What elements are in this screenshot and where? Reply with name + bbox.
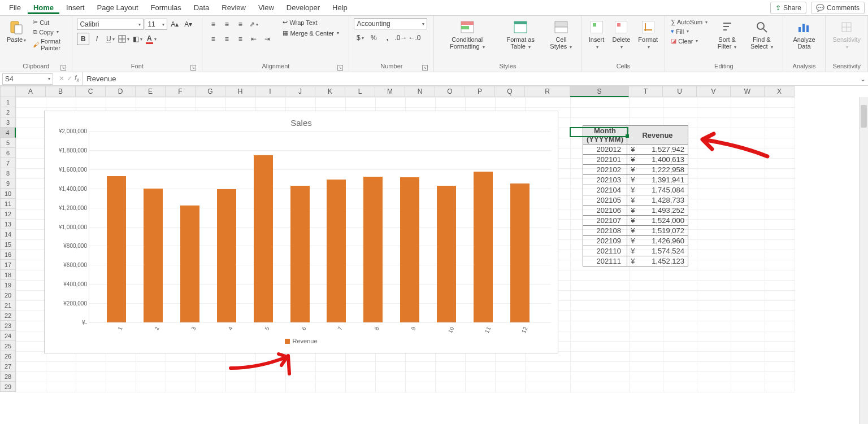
table-row[interactable]: 202111¥1,452,123 bbox=[583, 256, 688, 266]
tab-help[interactable]: Help bbox=[327, 1, 353, 14]
tab-view[interactable]: View bbox=[253, 1, 280, 14]
col-header-L[interactable]: L bbox=[345, 86, 375, 97]
fill-color-button[interactable]: ◧▾ bbox=[131, 33, 144, 45]
row-header-21[interactable]: 21 bbox=[0, 300, 16, 311]
comments-button[interactable]: 💬Comments bbox=[811, 2, 865, 14]
chart-bar[interactable] bbox=[437, 186, 456, 322]
tab-page-layout[interactable]: Page Layout bbox=[92, 1, 144, 14]
table-row[interactable]: 202012¥1,527,942 bbox=[583, 145, 688, 155]
chart-bar[interactable] bbox=[400, 177, 419, 322]
sales-chart[interactable]: Sales ¥-¥200,000¥400,000¥600,000¥800,000… bbox=[44, 111, 558, 353]
col-header-B[interactable]: B bbox=[46, 86, 76, 97]
revenue-table[interactable]: Month (YYYYMM) Revenue 202012¥1,527,9422… bbox=[583, 125, 688, 266]
decrease-font-button[interactable]: A▾ bbox=[182, 18, 194, 30]
font-name-combo[interactable]: Calibri▾ bbox=[77, 19, 144, 30]
table-row[interactable]: 202110¥1,574,524 bbox=[583, 246, 688, 256]
row-header-26[interactable]: 26 bbox=[0, 351, 16, 361]
conditional-formatting-button[interactable]: Conditional Formatting ▾ bbox=[439, 18, 496, 51]
increase-font-button[interactable]: A▴ bbox=[168, 18, 181, 30]
chart-bar[interactable] bbox=[510, 183, 530, 322]
chart-bar[interactable] bbox=[474, 172, 493, 322]
col-header-F[interactable]: F bbox=[166, 86, 196, 97]
tab-developer[interactable]: Developer bbox=[281, 1, 326, 14]
paste-button[interactable]: Paste▾ bbox=[5, 18, 28, 45]
align-top-button[interactable]: ≡ bbox=[207, 18, 219, 30]
table-row[interactable]: 202104¥1,745,084 bbox=[583, 185, 688, 195]
row-header-27[interactable]: 27 bbox=[0, 361, 16, 371]
row-header-28[interactable]: 28 bbox=[0, 371, 16, 382]
col-header-R[interactable]: R bbox=[525, 86, 570, 97]
row-header-14[interactable]: 14 bbox=[0, 229, 16, 239]
share-button[interactable]: ⇪Share bbox=[770, 2, 806, 14]
borders-button[interactable]: ▾ bbox=[118, 33, 130, 45]
col-header-X[interactable]: X bbox=[765, 86, 795, 97]
col-header-M[interactable]: M bbox=[375, 86, 405, 97]
row-header-13[interactable]: 13 bbox=[0, 219, 16, 229]
percent-button[interactable]: % bbox=[367, 32, 380, 44]
col-header-K[interactable]: K bbox=[315, 86, 345, 97]
row-header-17[interactable]: 17 bbox=[0, 260, 16, 270]
table-row[interactable]: 202103¥1,391,941 bbox=[583, 175, 688, 185]
col-header-J[interactable]: J bbox=[285, 86, 315, 97]
table-row[interactable]: 202109¥1,426,960 bbox=[583, 236, 688, 246]
row-header-4[interactable]: 4 bbox=[0, 128, 16, 138]
align-middle-button[interactable]: ≡ bbox=[220, 18, 233, 30]
col-header-I[interactable]: I bbox=[255, 86, 285, 97]
decrease-decimal-button[interactable]: ←.0 bbox=[408, 32, 420, 44]
fill-button[interactable]: ▾Fill▾ bbox=[670, 27, 709, 36]
chart-bar[interactable] bbox=[327, 180, 346, 322]
sensitivity-button[interactable]: Sensitivity▾ bbox=[830, 18, 863, 51]
increase-decimal-button[interactable]: .0→ bbox=[394, 32, 407, 44]
fx-button[interactable]: fx bbox=[75, 74, 79, 83]
format-painter-button[interactable]: 🖌Format Painter bbox=[32, 37, 67, 52]
chart-bar[interactable] bbox=[144, 189, 163, 322]
col-header-C[interactable]: C bbox=[76, 86, 106, 97]
row-header-23[interactable]: 23 bbox=[0, 321, 16, 331]
row-header-20[interactable]: 20 bbox=[0, 290, 16, 300]
table-row[interactable]: 202107¥1,524,000 bbox=[583, 216, 688, 226]
delete-cells-button[interactable]: Delete▾ bbox=[610, 18, 633, 51]
autosum-button[interactable]: ∑AutoSum▾ bbox=[670, 18, 709, 26]
row-header-29[interactable]: 29 bbox=[0, 382, 16, 392]
row-header-3[interactable]: 3 bbox=[0, 117, 16, 128]
decrease-indent-button[interactable]: ⇤ bbox=[248, 33, 260, 45]
chart-bar[interactable] bbox=[107, 176, 126, 322]
row-header-18[interactable]: 18 bbox=[0, 270, 16, 280]
row-header-16[interactable]: 16 bbox=[0, 250, 16, 260]
select-all-corner[interactable] bbox=[0, 86, 16, 97]
accounting-format-button[interactable]: $▾ bbox=[354, 32, 366, 44]
col-header-D[interactable]: D bbox=[106, 86, 136, 97]
font-color-button[interactable]: A▾ bbox=[145, 33, 157, 45]
col-header-A[interactable]: A bbox=[16, 86, 46, 97]
col-header-O[interactable]: O bbox=[435, 86, 465, 97]
align-center-button[interactable]: ≡ bbox=[220, 33, 233, 45]
tab-data[interactable]: Data bbox=[188, 1, 215, 14]
col-header-W[interactable]: W bbox=[731, 86, 765, 97]
col-header-Q[interactable]: Q bbox=[495, 86, 525, 97]
cell-styles-button[interactable]: Cell Styles ▾ bbox=[545, 18, 576, 51]
tab-review[interactable]: Review bbox=[216, 1, 251, 14]
table-row[interactable]: 202108¥1,519,072 bbox=[583, 226, 688, 236]
bold-button[interactable]: B bbox=[77, 33, 89, 45]
row-header-22[interactable]: 22 bbox=[0, 311, 16, 321]
wrap-text-button[interactable]: ↩Wrap Text bbox=[281, 18, 340, 27]
underline-button[interactable]: U▾ bbox=[104, 33, 116, 45]
row-header-7[interactable]: 7 bbox=[0, 158, 16, 168]
row-header-8[interactable]: 8 bbox=[0, 168, 16, 178]
tab-formulas[interactable]: Formulas bbox=[145, 1, 187, 14]
chart-bar[interactable] bbox=[363, 177, 383, 322]
clear-button[interactable]: ◪Clear▾ bbox=[670, 37, 709, 45]
col-header-P[interactable]: P bbox=[465, 86, 495, 97]
row-header-11[interactable]: 11 bbox=[0, 199, 16, 209]
row-header-9[interactable]: 9 bbox=[0, 178, 16, 189]
formula-expand-button[interactable]: ⌄ bbox=[858, 75, 868, 83]
chart-bar[interactable] bbox=[180, 206, 199, 322]
align-bottom-button[interactable]: ≡ bbox=[234, 18, 246, 30]
table-row[interactable]: 202102¥1,222,958 bbox=[583, 165, 688, 175]
sort-filter-button[interactable]: Sort & Filter ▾ bbox=[712, 18, 742, 51]
worksheet[interactable]: 1234567891011121314151617181920212223242… bbox=[0, 97, 868, 424]
tab-file[interactable]: File bbox=[3, 1, 27, 14]
col-header-S[interactable]: S bbox=[570, 86, 629, 97]
merge-center-button[interactable]: ▦Merge & Center▾ bbox=[281, 29, 340, 37]
number-launcher[interactable]: ↘ bbox=[422, 65, 428, 71]
